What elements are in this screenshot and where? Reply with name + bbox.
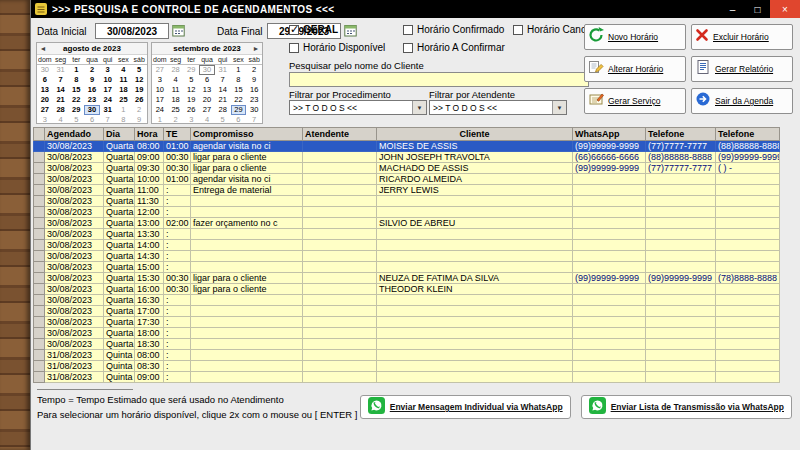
calendar-day[interactable]: 18 [116, 85, 132, 95]
calendar-day[interactable]: 13 [199, 85, 215, 95]
calendar-day[interactable]: 3 [152, 75, 168, 85]
calendar-day[interactable]: 8 [68, 75, 84, 85]
column-header-hora[interactable]: Hora [135, 128, 164, 141]
calendar-day[interactable]: 27 [199, 105, 215, 115]
column-header-atendente[interactable]: Atendente [303, 128, 377, 141]
calendar-day[interactable]: 1 [116, 105, 132, 115]
calendar-day[interactable]: 11 [116, 75, 132, 85]
calendar-day[interactable]: 21 [215, 95, 231, 105]
calendar-day[interactable]: 2 [168, 115, 184, 125]
calendar-day[interactable]: 23 [84, 95, 100, 105]
calendar-day[interactable]: 22 [68, 95, 84, 105]
calendar-day[interactable]: 15 [68, 85, 84, 95]
calendar-day[interactable]: 28 [215, 105, 231, 115]
calendar-day[interactable]: 17 [152, 95, 168, 105]
calendar-day[interactable]: 9 [131, 115, 147, 125]
calendar-day[interactable]: 31 [215, 65, 231, 75]
column-header-telefone[interactable]: Telefone [646, 128, 716, 141]
checkbox-geral[interactable]: GERAL [289, 24, 338, 35]
calendar-day[interactable]: 6 [199, 75, 215, 85]
calendar-day[interactable]: 4 [53, 115, 69, 125]
table-row[interactable]: 30/08/2023Quarta10:0001:00agendar visita… [34, 174, 780, 185]
calendar-day[interactable]: 18 [168, 95, 184, 105]
gerar-servico-button[interactable]: Gerar Serviço [584, 88, 686, 114]
gerar-relatorio-button[interactable]: Gerar Relatório [691, 56, 793, 82]
calendar-day[interactable]: 11 [168, 85, 184, 95]
calendar-day[interactable]: 10 [152, 85, 168, 95]
calendar-day[interactable]: 25 [116, 95, 132, 105]
table-row[interactable]: 30/08/2023Quarta15:00: [34, 262, 780, 273]
calendar-day[interactable]: 2 [131, 105, 147, 115]
alterar-horario-button[interactable]: Alterar Horário [584, 56, 686, 82]
calendar-day[interactable]: 4 [199, 115, 215, 125]
calendar-day[interactable]: 5 [68, 115, 84, 125]
table-row[interactable]: 31/08/2023Quinta08:30: [34, 361, 780, 372]
minimize-button[interactable]: – [720, 0, 745, 18]
table-row[interactable]: 30/08/2023Quarta12:00: [34, 207, 780, 218]
whatsapp-individual-button[interactable]: Enviar Mensagem Individual via WhatsApp [360, 395, 571, 419]
calendar-day[interactable]: 9 [84, 75, 100, 85]
close-button[interactable]: × [770, 0, 800, 18]
calendar-day[interactable]: 7 [100, 115, 116, 125]
column-header-dia[interactable]: Dia [104, 128, 135, 141]
calendar-day[interactable]: 24 [152, 105, 168, 115]
calendar-day[interactable]: 8 [116, 115, 132, 125]
table-row[interactable]: 30/08/2023Quarta11:30: [34, 196, 780, 207]
calendar-day[interactable]: 19 [183, 95, 199, 105]
calendar-day[interactable]: 28 [168, 65, 184, 75]
checkbox-horario-a-confirmar[interactable]: Horário A Confirmar [403, 42, 505, 53]
table-row[interactable]: 30/08/2023Quarta16:0000:30ligar para o c… [34, 284, 780, 295]
calendar-day[interactable]: 16 [246, 85, 262, 95]
table-row[interactable]: 30/08/2023Quarta18:00: [34, 328, 780, 339]
table-row[interactable]: 30/08/2023Quarta08:0001:00agendar visita… [34, 141, 780, 152]
calendar-next-icon[interactable]: ► [250, 45, 262, 52]
table-row[interactable]: 30/08/2023Quarta15:3000:30ligar para o c… [34, 273, 780, 284]
calendar-day[interactable]: 7 [53, 75, 69, 85]
column-header-cliente[interactable]: Cliente [377, 128, 573, 141]
client-search-input[interactable] [289, 72, 589, 87]
calendar-day[interactable]: 23 [246, 95, 262, 105]
table-row[interactable]: 30/08/2023Quarta16:30: [34, 295, 780, 306]
calendar-day[interactable]: 30 [246, 105, 262, 115]
table-row[interactable]: 30/08/2023Quarta17:00: [34, 306, 780, 317]
calendar-day[interactable]: 6 [231, 115, 247, 125]
table-row[interactable]: 31/08/2023Quinta09:00: [34, 372, 780, 383]
calendar-day[interactable]: 30 [199, 65, 215, 75]
column-header-te[interactable]: TE [164, 128, 191, 141]
table-row[interactable]: 30/08/2023Quarta18:30: [34, 339, 780, 350]
calendar-day[interactable]: 3 [37, 115, 53, 125]
calendar-day[interactable]: 29 [231, 105, 247, 115]
calendar-day[interactable]: 22 [231, 95, 247, 105]
data-inicial-field[interactable]: 30/08/2023 [95, 23, 169, 39]
calendar-day[interactable]: 20 [37, 95, 53, 105]
calendar-day[interactable]: 26 [131, 95, 147, 105]
calendar-day[interactable]: 3 [100, 65, 116, 75]
whatsapp-lista-button[interactable]: Enviar Lista de Transmissão via WhatsApp [581, 395, 792, 419]
calendar-day[interactable]: 29 [68, 105, 84, 115]
calendar-day[interactable]: 30 [84, 105, 100, 115]
calendar-day[interactable]: 5 [183, 75, 199, 85]
sair-da-agenda-button[interactable]: Sair da Agenda [691, 88, 793, 114]
novo-horario-button[interactable]: Novo Horário [584, 24, 686, 50]
calendar-day[interactable]: 5 [215, 115, 231, 125]
calendar-day[interactable]: 16 [84, 85, 100, 95]
calendar-icon[interactable] [172, 24, 185, 37]
calendar-day[interactable]: 8 [231, 75, 247, 85]
calendar-day[interactable]: 14 [53, 85, 69, 95]
table-row[interactable]: 30/08/2023Quarta14:00: [34, 240, 780, 251]
calendar-day[interactable]: 14 [215, 85, 231, 95]
calendar-day[interactable]: 3 [183, 115, 199, 125]
calendar-day[interactable]: 2 [84, 65, 100, 75]
calendar-icon[interactable] [344, 24, 357, 37]
calendar-day[interactable]: 4 [116, 65, 132, 75]
calendar-day[interactable]: 2 [246, 65, 262, 75]
table-row[interactable]: 30/08/2023Quarta14:30: [34, 251, 780, 262]
calendar-day[interactable]: 1 [152, 115, 168, 125]
calendar-day[interactable]: 17 [100, 85, 116, 95]
calendar-day[interactable]: 10 [100, 75, 116, 85]
calendar-prev-icon[interactable]: ◄ [37, 45, 49, 52]
calendar-day[interactable]: 26 [183, 105, 199, 115]
calendar-day[interactable]: 6 [37, 75, 53, 85]
calendar-day[interactable]: 12 [183, 85, 199, 95]
calendar-day[interactable]: 31 [53, 65, 69, 75]
